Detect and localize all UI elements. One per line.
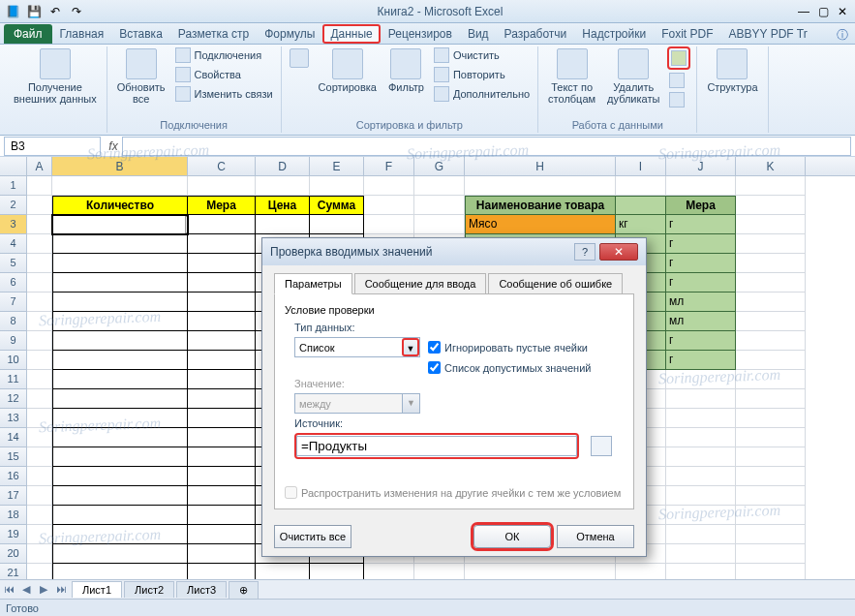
cell[interactable] <box>27 293 52 312</box>
cell[interactable] <box>188 389 256 409</box>
row-header[interactable]: 8 <box>0 312 27 331</box>
cell[interactable] <box>27 234 52 254</box>
cell[interactable] <box>27 389 52 409</box>
cell[interactable]: Мясо <box>465 215 616 234</box>
formula-input[interactable] <box>122 137 851 156</box>
cell[interactable] <box>188 486 256 506</box>
cell[interactable] <box>52 506 188 525</box>
cell[interactable] <box>188 467 256 486</box>
cell[interactable] <box>27 428 52 447</box>
cell[interactable] <box>52 447 188 467</box>
cell[interactable] <box>27 447 52 467</box>
tab-abbyy[interactable]: ABBYY PDF Tr <box>721 24 815 44</box>
cell[interactable] <box>27 331 52 351</box>
cell[interactable] <box>188 215 256 234</box>
cell[interactable] <box>736 312 806 331</box>
cell[interactable]: мл <box>666 293 736 312</box>
cell[interactable] <box>188 506 256 525</box>
cell[interactable] <box>52 467 188 486</box>
col-header[interactable]: G <box>414 157 465 175</box>
row-header[interactable]: 4 <box>0 234 27 254</box>
cell[interactable] <box>666 409 736 428</box>
sheet-tab[interactable]: Лист2 <box>124 581 174 598</box>
cell[interactable] <box>188 234 256 254</box>
cell[interactable] <box>736 447 806 467</box>
source-input[interactable] <box>296 436 577 456</box>
cell[interactable] <box>27 467 52 486</box>
cell[interactable]: г <box>666 351 736 370</box>
sheet-nav-last[interactable]: ⏭ <box>52 583 70 596</box>
excel-icon[interactable]: 📘 <box>4 3 21 20</box>
cell[interactable] <box>52 544 188 564</box>
cell[interactable] <box>188 409 256 428</box>
edit-links-button[interactable]: Изменить связи <box>173 85 275 103</box>
cell[interactable] <box>666 467 736 486</box>
chevron-down-icon[interactable]: ▼ <box>402 338 419 356</box>
tab-developer[interactable]: Разработчи <box>497 24 575 44</box>
sheet-nav-prev[interactable]: ◀ <box>17 583 35 596</box>
cell[interactable] <box>666 544 736 564</box>
cell[interactable] <box>188 447 256 467</box>
row-header[interactable]: 6 <box>0 273 27 293</box>
cell[interactable] <box>310 176 364 196</box>
cell[interactable] <box>52 428 188 447</box>
row-header[interactable]: 17 <box>0 486 27 506</box>
tab-insert[interactable]: Вставка <box>111 24 170 44</box>
cell[interactable] <box>736 525 806 544</box>
tab-pagelayout[interactable]: Разметка стр <box>170 24 257 44</box>
ok-button[interactable]: ОК <box>473 525 551 548</box>
tab-review[interactable]: Рецензиров <box>381 24 460 44</box>
cell[interactable] <box>666 525 736 544</box>
cell[interactable] <box>736 506 806 525</box>
dialog-help-button[interactable]: ? <box>574 243 595 261</box>
cell[interactable]: Мера <box>666 196 736 215</box>
sort-button[interactable]: Сортировка <box>315 46 381 95</box>
tab-foxit[interactable]: Foxit PDF <box>654 24 720 44</box>
consolidate-button[interactable] <box>667 72 690 89</box>
cell[interactable] <box>736 486 806 506</box>
cell[interactable]: г <box>666 331 736 351</box>
cell[interactable] <box>188 312 256 331</box>
name-box[interactable]: B3 <box>4 137 101 156</box>
cell[interactable] <box>414 215 465 234</box>
cell[interactable] <box>616 176 666 196</box>
row-header[interactable]: 5 <box>0 254 27 273</box>
cell[interactable] <box>52 273 188 293</box>
cell[interactable] <box>736 234 806 254</box>
filter-button[interactable]: Фильтр <box>384 46 428 95</box>
row-header[interactable]: 11 <box>0 370 27 389</box>
row-header[interactable]: 7 <box>0 293 27 312</box>
sheet-nav-first[interactable]: ⏮ <box>0 583 17 596</box>
cell[interactable] <box>27 544 52 564</box>
text-to-columns-button[interactable]: Текст по столбцам <box>544 46 599 107</box>
cell[interactable] <box>188 293 256 312</box>
col-header[interactable]: J <box>666 157 736 175</box>
clear-all-button[interactable]: Очистить все <box>274 525 351 548</box>
data-validation-button[interactable] <box>667 46 690 70</box>
tab-home[interactable]: Главная <box>52 24 112 44</box>
cell[interactable] <box>27 176 52 196</box>
cell[interactable] <box>27 370 52 389</box>
cell[interactable] <box>666 176 736 196</box>
cell[interactable] <box>736 428 806 447</box>
cell[interactable] <box>666 447 736 467</box>
row-header[interactable]: 19 <box>0 525 27 544</box>
cell[interactable] <box>27 312 52 331</box>
cell[interactable] <box>27 486 52 506</box>
advanced-button[interactable]: Дополнительно <box>432 85 532 103</box>
cell[interactable] <box>52 312 188 331</box>
cell[interactable] <box>256 176 310 196</box>
cell[interactable] <box>52 525 188 544</box>
row-header[interactable]: 10 <box>0 351 27 370</box>
tab-file[interactable]: Файл <box>4 24 52 44</box>
clear-filter-button[interactable]: Очистить <box>432 46 532 64</box>
cell[interactable]: кг <box>616 215 666 234</box>
maximize-icon[interactable]: ▢ <box>814 3 832 20</box>
cell[interactable] <box>736 293 806 312</box>
cell[interactable] <box>736 196 806 215</box>
tab-view[interactable]: Вид <box>460 24 497 44</box>
col-header[interactable]: D <box>256 157 310 175</box>
cell[interactable] <box>52 331 188 351</box>
cell[interactable] <box>310 215 364 234</box>
cell[interactable]: г <box>666 254 736 273</box>
